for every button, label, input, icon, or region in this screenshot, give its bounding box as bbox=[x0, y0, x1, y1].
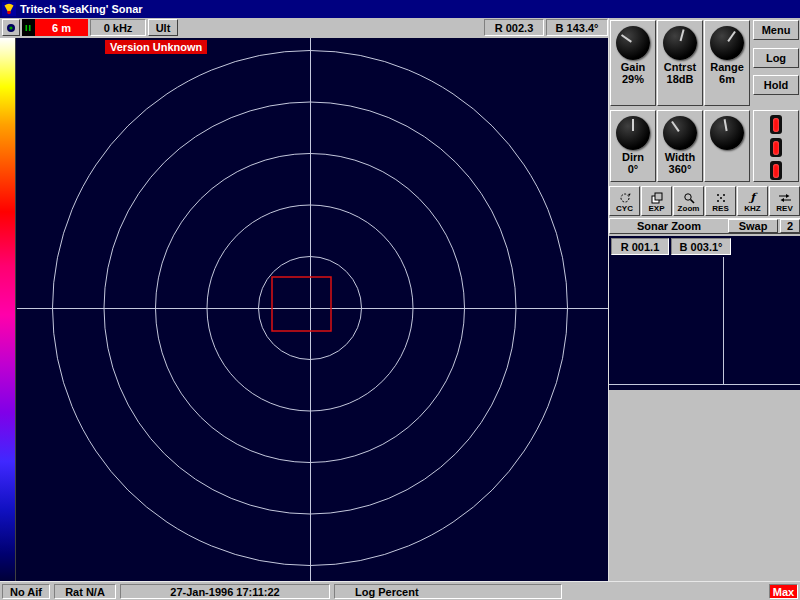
toolbar: II 6 m 0 kHz Ult R 002.3 B 143.4° bbox=[0, 18, 608, 38]
cyc-button[interactable]: CYC bbox=[609, 186, 640, 216]
ult-button[interactable]: Ult bbox=[148, 19, 178, 36]
reverse-icon bbox=[778, 192, 792, 204]
pause-indicator[interactable]: II bbox=[22, 19, 35, 36]
zoom-crosshair-horizontal bbox=[609, 384, 800, 385]
datetime-status: 27-Jan-1996 17:11:22 bbox=[120, 584, 330, 599]
width-knob-panel: Width 360° bbox=[657, 110, 703, 182]
aif-status: No Aif bbox=[2, 584, 50, 599]
title-bar[interactable]: Tritech 'SeaKing' Sonar bbox=[0, 0, 800, 18]
zoom-box-marker[interactable] bbox=[272, 277, 331, 331]
expand-icon bbox=[651, 192, 663, 204]
knob-value: 18dB bbox=[658, 73, 702, 85]
led-slot bbox=[770, 115, 782, 134]
knob-pointer bbox=[680, 29, 685, 41]
knob-value: 6m bbox=[705, 73, 749, 85]
frequency-display: 0 kHz bbox=[90, 19, 146, 36]
app-window: Tritech 'SeaKing' Sonar II 6 m 0 kHz Ult… bbox=[0, 0, 800, 600]
led-slot bbox=[770, 138, 782, 157]
range-display: 6 m bbox=[35, 19, 88, 36]
res-button[interactable]: RES bbox=[705, 186, 736, 216]
frequency-icon: ƒ bbox=[750, 192, 755, 204]
status-led bbox=[773, 118, 779, 132]
knob-label: Cntrst bbox=[658, 61, 702, 73]
sonar-plot bbox=[0, 38, 608, 581]
version-overlay: Version Unknown bbox=[105, 40, 207, 54]
direction-knob-panel: Dirn 0° bbox=[610, 110, 656, 182]
status-led bbox=[773, 164, 779, 178]
knob-label: Dirn bbox=[611, 151, 655, 163]
rev-button[interactable]: REV bbox=[769, 186, 800, 216]
log-button[interactable]: Log bbox=[753, 48, 799, 68]
zoom-title: Sonar Zoom bbox=[610, 220, 728, 232]
gain-knob[interactable] bbox=[616, 26, 650, 60]
knob-pointer bbox=[632, 119, 634, 131]
zoom-range-readout: R 001.1 bbox=[611, 238, 669, 255]
sonar-head-icon bbox=[6, 23, 16, 33]
control-panel: Gain 29% Cntrst 18dB Range 6m Menu Log H… bbox=[608, 18, 800, 581]
knob-pointer bbox=[727, 31, 736, 42]
swap-button[interactable]: Swap bbox=[728, 219, 778, 233]
knob-pointer bbox=[724, 119, 728, 131]
hold-button[interactable]: Hold bbox=[753, 75, 799, 95]
knob-pointer bbox=[621, 34, 632, 43]
knob-value: 360° bbox=[658, 163, 702, 175]
led-panel bbox=[753, 110, 799, 182]
zoom-crosshair-vertical bbox=[723, 257, 724, 384]
aux-knob-panel bbox=[704, 110, 750, 182]
sonar-display[interactable]: Version Unknown bbox=[0, 38, 608, 581]
width-knob[interactable] bbox=[663, 116, 697, 150]
status-bar: No Aif Rat N/A 27-Jan-1996 17:11:22 Log … bbox=[0, 581, 800, 600]
zoom-bearing-readout: B 003.1° bbox=[671, 238, 731, 255]
tool-label: CYC bbox=[616, 205, 633, 213]
resolution-icon bbox=[715, 192, 727, 204]
rat-status: Rat N/A bbox=[54, 584, 116, 599]
range-knob[interactable] bbox=[710, 26, 744, 60]
menu-button[interactable]: Menu bbox=[753, 20, 799, 40]
khz-button[interactable]: ƒ KHZ bbox=[737, 186, 768, 216]
zoom-title-bar: Sonar Zoom Swap 2 bbox=[609, 218, 800, 234]
zoom-button[interactable]: Zoom bbox=[673, 186, 704, 216]
contrast-knob[interactable] bbox=[663, 26, 697, 60]
zoom-display[interactable]: R 001.1 B 003.1° bbox=[609, 236, 800, 390]
exp-button[interactable]: EXP bbox=[641, 186, 672, 216]
knob-pointer bbox=[671, 121, 680, 132]
sonar-head-button[interactable] bbox=[2, 19, 20, 36]
window-title: Tritech 'SeaKing' Sonar bbox=[20, 3, 143, 15]
tool-label: REV bbox=[776, 205, 792, 213]
direction-knob[interactable] bbox=[616, 116, 650, 150]
knob-value: 29% bbox=[611, 73, 655, 85]
tool-label: RES bbox=[712, 205, 728, 213]
app-icon[interactable] bbox=[2, 2, 16, 16]
knob-value: 0° bbox=[611, 163, 655, 175]
contrast-knob-panel: Cntrst 18dB bbox=[657, 20, 703, 106]
log-status: Log Percent bbox=[334, 584, 562, 599]
status-led bbox=[773, 141, 779, 155]
crosshair-lines bbox=[17, 38, 608, 581]
range-readout: R 002.3 bbox=[484, 19, 544, 36]
magnifier-icon bbox=[683, 192, 695, 204]
tool-label: KHZ bbox=[744, 205, 760, 213]
led-slot bbox=[770, 161, 782, 180]
aux-knob[interactable] bbox=[710, 116, 744, 150]
tool-label: Zoom bbox=[678, 205, 700, 213]
zoom-count-button[interactable]: 2 bbox=[780, 219, 800, 233]
cycle-icon bbox=[619, 192, 631, 204]
tool-label: EXP bbox=[648, 205, 664, 213]
gain-knob-panel: Gain 29% bbox=[610, 20, 656, 106]
max-indicator[interactable]: Max bbox=[769, 584, 798, 599]
range-knob-panel: Range 6m bbox=[704, 20, 750, 106]
bearing-readout: B 143.4° bbox=[546, 19, 608, 36]
